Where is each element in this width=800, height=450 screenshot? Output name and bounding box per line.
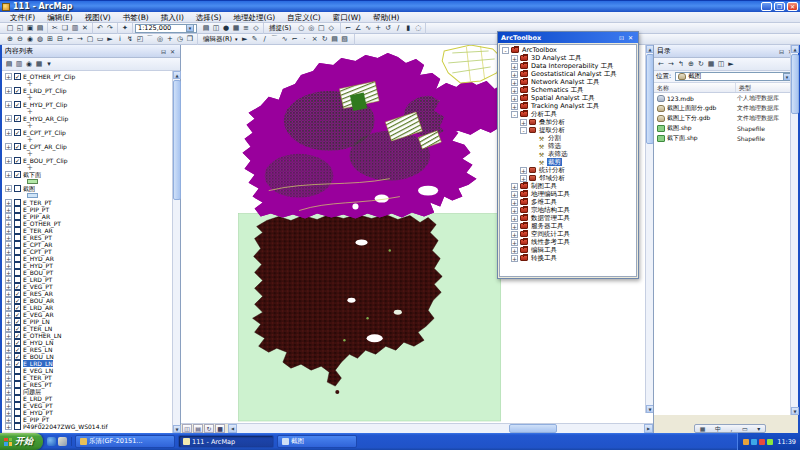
layer-label[interactable]: E_HYD_PT bbox=[23, 262, 53, 269]
taskbar-task-1[interactable]: 111 - ArcMap bbox=[178, 435, 274, 448]
toolbox-item-label[interactable]: ArcToolbox bbox=[521, 46, 558, 54]
sketch-tool-icon[interactable]: ✎ bbox=[250, 34, 260, 44]
layer-checkbox[interactable]: ✓ bbox=[14, 157, 21, 164]
layer-label[interactable]: E_LRD_AR bbox=[23, 304, 53, 311]
layer-label[interactable]: 截图 bbox=[23, 185, 35, 192]
expand-icon[interactable]: + bbox=[5, 374, 12, 381]
select-elements-icon[interactable]: ► bbox=[105, 34, 115, 44]
attributes-icon[interactable]: ▤ bbox=[330, 34, 340, 44]
expand-icon[interactable]: + bbox=[511, 55, 518, 62]
layer-label[interactable]: E_RES_PT bbox=[23, 381, 52, 388]
map-vscroll-thumb[interactable] bbox=[646, 54, 653, 144]
toolbox-item-label[interactable]: Spatial Analyst 工具 bbox=[530, 94, 596, 102]
expand-icon[interactable]: + bbox=[5, 129, 12, 136]
expand-icon[interactable]: + bbox=[5, 367, 12, 374]
toc-vertical-scrollbar[interactable]: ▲ ▼ bbox=[172, 71, 180, 433]
ime-punctuation-icon[interactable]: , bbox=[731, 425, 733, 433]
location-combo[interactable]: 截图 ▾ bbox=[675, 72, 794, 81]
expand-icon[interactable]: + bbox=[5, 101, 12, 108]
layer-checkbox[interactable] bbox=[14, 248, 21, 255]
layer-checkbox[interactable]: ✓ bbox=[14, 129, 21, 136]
layer-checkbox[interactable] bbox=[14, 213, 21, 220]
toolbox-item-label[interactable]: Tracking Analyst 工具 bbox=[530, 102, 600, 110]
menu-item-3[interactable]: 书签(B) bbox=[117, 12, 155, 23]
expand-icon[interactable]: + bbox=[5, 185, 12, 192]
toolbox-item-label[interactable]: 裁剪 bbox=[547, 158, 562, 166]
layer-checkbox[interactable]: ✓ bbox=[14, 115, 21, 122]
layer-checkbox[interactable]: ✓ bbox=[14, 297, 21, 304]
layer-checkbox[interactable]: ✓ bbox=[14, 332, 21, 339]
cut-polygon-icon[interactable]: / bbox=[393, 23, 403, 33]
layer-label[interactable]: E_RES_LN bbox=[23, 346, 52, 353]
layer-label[interactable]: 问题层 bbox=[23, 388, 41, 395]
toolbox-item-label[interactable]: Network Analyst 工具 bbox=[530, 78, 600, 86]
expand-icon[interactable]: - bbox=[520, 127, 527, 134]
cat-refresh-icon[interactable]: ↻ bbox=[696, 59, 706, 69]
layer-label[interactable]: E_CPT_AR bbox=[23, 241, 53, 248]
map-scroll-down-icon[interactable]: ▼ bbox=[646, 405, 653, 413]
catalog-vertical-scrollbar[interactable]: ▲ ▼ bbox=[790, 45, 798, 415]
expand-icon[interactable]: + bbox=[520, 175, 527, 182]
restore-button[interactable]: ❐ bbox=[774, 2, 785, 11]
layer-label[interactable]: E_RES_AR bbox=[23, 290, 53, 297]
toolbox-item-label[interactable]: Geostatistical Analyst 工具 bbox=[530, 70, 618, 78]
expand-icon[interactable]: + bbox=[5, 262, 12, 269]
expand-icon[interactable]: + bbox=[5, 227, 12, 234]
snapping-label[interactable]: 捕捉(S) bbox=[266, 24, 294, 33]
catalog-item[interactable]: 截下面.shpShapefile bbox=[654, 133, 798, 143]
expand-icon[interactable]: + bbox=[520, 119, 527, 126]
toolbox-item-label[interactable]: Schematics 工具 bbox=[530, 86, 585, 94]
layer-label[interactable]: E_PIP_AR bbox=[23, 213, 50, 220]
internet-explorer-icon[interactable] bbox=[47, 437, 56, 446]
catalog-scroll-down-icon[interactable]: ▼ bbox=[791, 407, 799, 415]
expand-icon[interactable]: + bbox=[5, 360, 12, 367]
expand-icon[interactable]: + bbox=[511, 191, 518, 198]
expand-icon[interactable]: + bbox=[5, 381, 12, 388]
expand-icon[interactable]: + bbox=[5, 353, 12, 360]
menu-item-7[interactable]: 自定义(C) bbox=[281, 12, 327, 23]
expand-icon[interactable]: + bbox=[5, 157, 12, 164]
layer-label[interactable]: E_TER_AR bbox=[23, 227, 53, 234]
expand-icon[interactable]: + bbox=[5, 199, 12, 206]
point-snapping-icon[interactable]: ○ bbox=[296, 23, 306, 33]
map-horizontal-scrollbar[interactable]: ◀ ▶ bbox=[228, 424, 653, 433]
expand-icon[interactable]: + bbox=[5, 339, 12, 346]
open-icon[interactable]: ◱ bbox=[15, 23, 25, 33]
layer-checkbox[interactable] bbox=[14, 185, 21, 192]
layer-checkbox[interactable] bbox=[14, 199, 21, 206]
identify-icon[interactable]: i bbox=[115, 34, 125, 44]
toolbox-item-label[interactable]: 提取分析 bbox=[538, 126, 566, 134]
toolbox-item-label[interactable]: 多维工具 bbox=[530, 198, 558, 206]
layer-checkbox[interactable]: ✓ bbox=[14, 290, 21, 297]
edit-arrow-icon[interactable]: ► bbox=[240, 34, 250, 44]
expand-icon[interactable]: + bbox=[5, 304, 12, 311]
expand-icon[interactable]: + bbox=[5, 269, 12, 276]
edge-snapping-icon[interactable]: ◇ bbox=[326, 23, 336, 33]
viewer-window-icon[interactable]: ❒ bbox=[185, 34, 195, 44]
layer-label[interactable]: E_VEG_LN bbox=[23, 367, 53, 374]
expand-icon[interactable]: + bbox=[5, 416, 12, 423]
expand-icon[interactable]: + bbox=[5, 143, 12, 150]
show-desktop-icon[interactable] bbox=[58, 437, 67, 446]
expand-icon[interactable]: + bbox=[511, 71, 518, 78]
catalog-pin-icon[interactable]: ⊟ bbox=[777, 47, 786, 56]
toc-pin-icon[interactable]: ⊟ bbox=[159, 47, 168, 56]
catalog-window-icon[interactable]: ◫ bbox=[211, 23, 221, 33]
layer-label[interactable]: E_OTHER_PT_Clip bbox=[23, 73, 75, 80]
cat-forward-icon[interactable]: → bbox=[666, 59, 676, 69]
cat-thumbnail-icon[interactable]: ◫ bbox=[716, 59, 726, 69]
expand-icon[interactable]: + bbox=[511, 199, 518, 206]
layer-label[interactable]: E_LRD_PT bbox=[23, 276, 52, 283]
menu-item-6[interactable]: 地理处理(G) bbox=[227, 12, 281, 23]
layer-label[interactable]: E_TER_PT bbox=[23, 199, 52, 206]
menu-item-5[interactable]: 选择(S) bbox=[190, 12, 228, 23]
measure-icon[interactable]: ⌒ bbox=[145, 34, 155, 44]
expand-icon[interactable]: + bbox=[5, 395, 12, 402]
layer-checkbox[interactable]: ✓ bbox=[14, 87, 21, 94]
tray-icon-3[interactable] bbox=[759, 439, 765, 445]
close-button[interactable]: ✕ bbox=[787, 2, 798, 11]
pause-drawing-button[interactable]: ■ bbox=[215, 424, 225, 433]
straight-segment-icon[interactable]: / bbox=[260, 34, 270, 44]
expand-icon[interactable]: + bbox=[511, 231, 518, 238]
menu-item-9[interactable]: 帮助(H) bbox=[367, 12, 406, 23]
